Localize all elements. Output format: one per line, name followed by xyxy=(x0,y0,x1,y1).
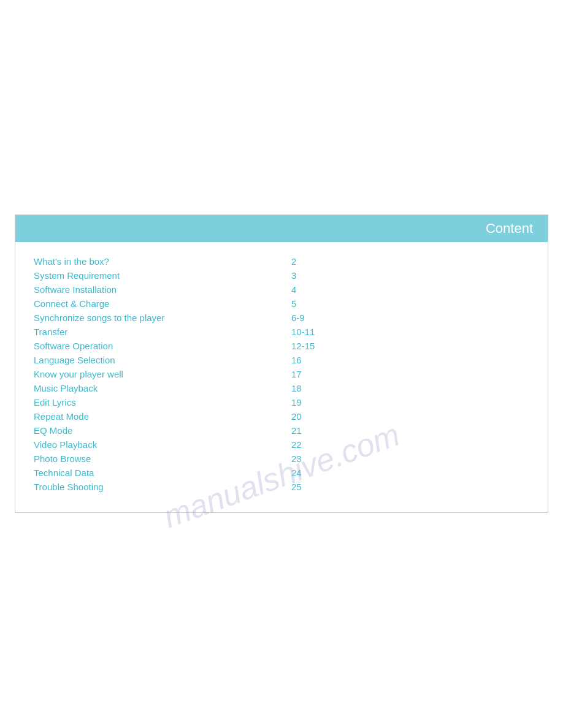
toc-item-label: Repeat Mode xyxy=(34,409,279,423)
toc-item-label: Know your player well xyxy=(34,367,279,381)
toc-item-page: 2 xyxy=(279,254,529,268)
toc-item-page: 22 xyxy=(279,438,529,452)
toc-row: Trouble Shooting25 xyxy=(34,480,529,494)
toc-item-label: Transfer xyxy=(34,325,279,339)
toc-item-label: Music Playback xyxy=(34,381,279,395)
toc-item-label: Trouble Shooting xyxy=(34,480,279,494)
toc-row: System Requirement3 xyxy=(34,268,529,282)
toc-item-page: 25 xyxy=(279,480,529,494)
toc-item-label: Synchronize songs to the player xyxy=(34,311,279,325)
toc-item-page: 12-15 xyxy=(279,339,529,353)
toc-row: Technical Data24 xyxy=(34,466,529,480)
toc-row: Video Playback22 xyxy=(34,438,529,452)
toc-row: Repeat Mode20 xyxy=(34,409,529,423)
toc-row: Music Playback18 xyxy=(34,381,529,395)
toc-row: Know your player well17 xyxy=(34,367,529,381)
toc-item-page: 20 xyxy=(279,409,529,423)
toc-item-label: Edit Lyrics xyxy=(34,395,279,409)
toc-item-page: 4 xyxy=(279,282,529,297)
toc-row: Synchronize songs to the player6-9 xyxy=(34,311,529,325)
toc-item-page: 6-9 xyxy=(279,311,529,325)
toc-item-page: 19 xyxy=(279,395,529,409)
toc-item-label: Language Selection xyxy=(34,353,279,367)
header-bar: Content xyxy=(15,215,548,242)
header-title: Content xyxy=(486,221,533,237)
toc-item-page: 16 xyxy=(279,353,529,367)
toc-item-label: EQ Mode xyxy=(34,423,279,438)
toc-item-label: Software Installation xyxy=(34,282,279,297)
toc-item-page: 10-11 xyxy=(279,325,529,339)
content-body: What's in the box?2System Requirement3So… xyxy=(15,242,548,512)
toc-item-label: Connect & Charge xyxy=(34,297,279,311)
toc-row: Software Installation4 xyxy=(34,282,529,297)
toc-item-page: 23 xyxy=(279,452,529,466)
toc-row: Edit Lyrics19 xyxy=(34,395,529,409)
toc-item-page: 17 xyxy=(279,367,529,381)
toc-item-page: 3 xyxy=(279,268,529,282)
toc-row: What's in the box?2 xyxy=(34,254,529,268)
toc-item-page: 21 xyxy=(279,423,529,438)
toc-item-label: Technical Data xyxy=(34,466,279,480)
page: Content What's in the box?2System Requir… xyxy=(0,0,563,728)
toc-item-label: Photo Browse xyxy=(34,452,279,466)
toc-row: EQ Mode21 xyxy=(34,423,529,438)
toc-item-page: 24 xyxy=(279,466,529,480)
toc-item-page: 18 xyxy=(279,381,529,395)
toc-row: Language Selection16 xyxy=(34,353,529,367)
toc-item-label: What's in the box? xyxy=(34,254,279,268)
toc-row: Photo Browse23 xyxy=(34,452,529,466)
toc-row: Software Operation12-15 xyxy=(34,339,529,353)
toc-item-label: Video Playback xyxy=(34,438,279,452)
content-box: Content What's in the box?2System Requir… xyxy=(15,214,548,513)
toc-row: Transfer10-11 xyxy=(34,325,529,339)
toc-item-label: System Requirement xyxy=(34,268,279,282)
toc-table: What's in the box?2System Requirement3So… xyxy=(34,254,529,494)
toc-row: Connect & Charge5 xyxy=(34,297,529,311)
toc-item-page: 5 xyxy=(279,297,529,311)
toc-item-label: Software Operation xyxy=(34,339,279,353)
